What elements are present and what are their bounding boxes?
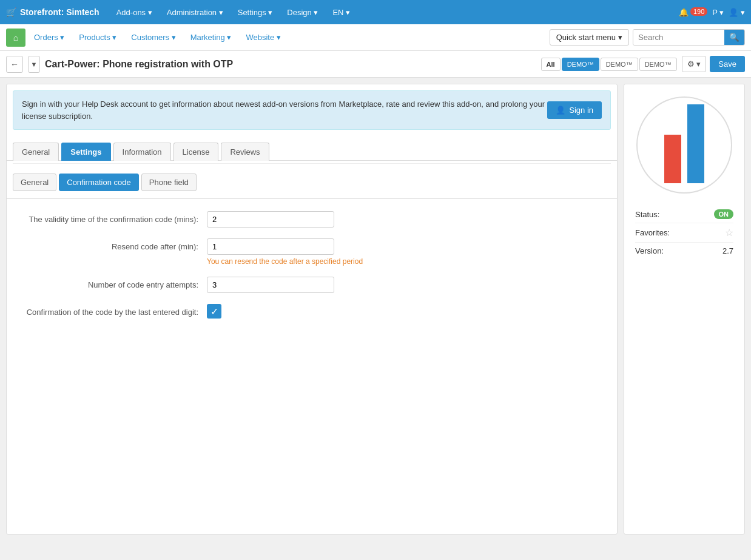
tab-reviews[interactable]: Reviews bbox=[221, 143, 269, 161]
code-attempts-label: Number of code entry attempts: bbox=[13, 277, 207, 289]
store-tabs: All DEMO™ DEMO™ DEMO™ bbox=[541, 58, 677, 71]
nav-customers[interactable]: Customers ▾ bbox=[125, 30, 181, 45]
nav-administration[interactable]: Administration ▾ bbox=[161, 5, 229, 19]
nav-website[interactable]: Website ▾ bbox=[240, 30, 286, 45]
gear-settings-button[interactable]: ⚙ ▾ bbox=[682, 56, 707, 72]
version-row: Version: 2.7 bbox=[635, 243, 733, 259]
account-button[interactable]: 👤 ▾ bbox=[729, 8, 745, 17]
validity-time-input[interactable] bbox=[207, 211, 334, 228]
bar-red bbox=[664, 135, 681, 183]
search-input[interactable] bbox=[633, 30, 724, 45]
app-logo: 🛒 Storefront: Simtech bbox=[6, 7, 99, 17]
chart-circle bbox=[636, 96, 732, 194]
nav-marketing[interactable]: Marketing ▾ bbox=[184, 30, 238, 45]
nav-addons[interactable]: Add-ons ▾ bbox=[110, 5, 158, 19]
logo-text: Storefront: Simtech bbox=[20, 7, 99, 17]
nav-products[interactable]: Products ▾ bbox=[73, 30, 123, 45]
home-button[interactable]: ⌂ bbox=[6, 29, 25, 47]
sub-tab-general[interactable]: General bbox=[13, 174, 56, 191]
form-area: The validity time of the confirmation co… bbox=[7, 199, 617, 336]
page-title: Cart-Power: Phone registration with OTP bbox=[45, 59, 536, 70]
confirm-last-digit-col: ✓ bbox=[207, 304, 221, 319]
code-attempts-input[interactable] bbox=[207, 277, 334, 293]
favorites-row: Favorites: ☆ bbox=[635, 223, 733, 243]
sub-tab-phone-field[interactable]: Phone field bbox=[141, 174, 197, 191]
sidebar-panel: Status: ON Favorites: ☆ Version: 2.7 bbox=[624, 84, 745, 535]
tab-demo-1[interactable]: DEMO™ bbox=[562, 58, 599, 71]
nav-language[interactable]: EN ▾ bbox=[326, 5, 356, 19]
cart-icon: 🛒 bbox=[6, 7, 16, 17]
confirm-last-digit-row: Confirmation of the code by the last ent… bbox=[13, 304, 611, 319]
bar-container bbox=[664, 110, 704, 183]
top-bar-right-section: 🔔 190 P ▾ 👤 ▾ bbox=[679, 8, 745, 17]
sidebar-chart bbox=[630, 90, 738, 200]
content-tabs: General Settings Information License Rev… bbox=[7, 136, 617, 161]
sign-in-banner-text: Sign in with your Help Desk account to g… bbox=[22, 98, 547, 122]
secondary-navigation: ⌂ Orders ▾ Products ▾ Customers ▾ Market… bbox=[0, 24, 751, 51]
quick-start-label: Quick start menu bbox=[556, 33, 616, 42]
page-header-bar: ← ▼ Cart-Power: Phone registration with … bbox=[0, 51, 751, 78]
notification-count: 190 bbox=[690, 7, 707, 16]
resend-code-hint: You can resend the code after a specifie… bbox=[207, 257, 363, 266]
main-layout: Sign in with your Help Desk account to g… bbox=[0, 78, 751, 541]
header-dropdown-button[interactable]: ▼ bbox=[28, 56, 40, 73]
tab-information[interactable]: Information bbox=[113, 143, 171, 161]
status-badge: ON bbox=[714, 209, 734, 219]
back-button[interactable]: ← bbox=[6, 56, 23, 73]
sign-in-banner: Sign in with your Help Desk account to g… bbox=[13, 90, 611, 130]
sign-in-icon: 👤 bbox=[556, 106, 565, 115]
status-label: Status: bbox=[635, 210, 659, 219]
resend-code-label: Resend code after (min): bbox=[13, 238, 207, 251]
tab-all[interactable]: All bbox=[541, 58, 561, 71]
notifications-button[interactable]: 🔔 190 bbox=[679, 8, 707, 17]
validity-time-label: The validity time of the confirmation co… bbox=[13, 211, 207, 224]
main-content-panel: Sign in with your Help Desk account to g… bbox=[6, 84, 618, 535]
sign-in-button[interactable]: 👤 Sign in bbox=[547, 101, 602, 119]
sub-tab-confirmation-code[interactable]: Confirmation code bbox=[59, 174, 139, 191]
validity-time-col bbox=[207, 211, 334, 228]
code-attempts-col bbox=[207, 277, 334, 293]
validity-time-row: The validity time of the confirmation co… bbox=[13, 211, 611, 228]
sub-tabs: General Confirmation code Phone field bbox=[7, 166, 617, 199]
code-attempts-row: Number of code entry attempts: bbox=[13, 277, 611, 293]
tab-demo-3[interactable]: DEMO™ bbox=[639, 58, 677, 71]
tab-demo-2[interactable]: DEMO™ bbox=[601, 58, 638, 71]
favorites-label: Favorites: bbox=[635, 228, 670, 237]
confirm-last-digit-checkbox[interactable]: ✓ bbox=[207, 304, 221, 319]
nav-orders[interactable]: Orders ▾ bbox=[28, 30, 70, 45]
favorites-star-icon[interactable]: ☆ bbox=[725, 227, 733, 238]
status-row: Status: ON bbox=[635, 206, 733, 223]
secondary-nav-right: Quick start menu ▾ 🔍 bbox=[550, 29, 745, 46]
search-box: 🔍 bbox=[633, 29, 745, 46]
top-nav-links: Add-ons ▾ Administration ▾ Settings ▾ De… bbox=[110, 5, 674, 19]
sign-in-label: Sign in bbox=[569, 106, 593, 115]
page-header-right: ⚙ ▾ Save bbox=[682, 56, 745, 72]
save-button[interactable]: Save bbox=[710, 56, 745, 72]
bar-blue bbox=[687, 104, 704, 183]
tab-general[interactable]: General bbox=[13, 143, 59, 161]
user-profile-button[interactable]: P ▾ bbox=[712, 8, 724, 17]
version-value: 2.7 bbox=[722, 246, 733, 255]
resend-code-row: Resend code after (min): You can resend … bbox=[13, 238, 611, 266]
resend-code-input[interactable] bbox=[207, 238, 334, 255]
resend-code-col: You can resend the code after a specifie… bbox=[207, 238, 363, 266]
version-label: Version: bbox=[635, 246, 664, 255]
confirm-last-digit-label: Confirmation of the code by the last ent… bbox=[13, 304, 207, 317]
search-button[interactable]: 🔍 bbox=[724, 30, 744, 45]
nav-settings[interactable]: Settings ▾ bbox=[232, 5, 279, 19]
sidebar-info: Status: ON Favorites: ☆ Version: 2.7 bbox=[630, 200, 738, 265]
tab-license[interactable]: License bbox=[173, 143, 219, 161]
quick-start-menu-button[interactable]: Quick start menu ▾ bbox=[550, 29, 629, 46]
tab-settings[interactable]: Settings bbox=[61, 143, 110, 161]
top-navigation-bar: 🛒 Storefront: Simtech Add-ons ▾ Administ… bbox=[0, 0, 751, 24]
nav-design[interactable]: Design ▾ bbox=[281, 5, 324, 19]
